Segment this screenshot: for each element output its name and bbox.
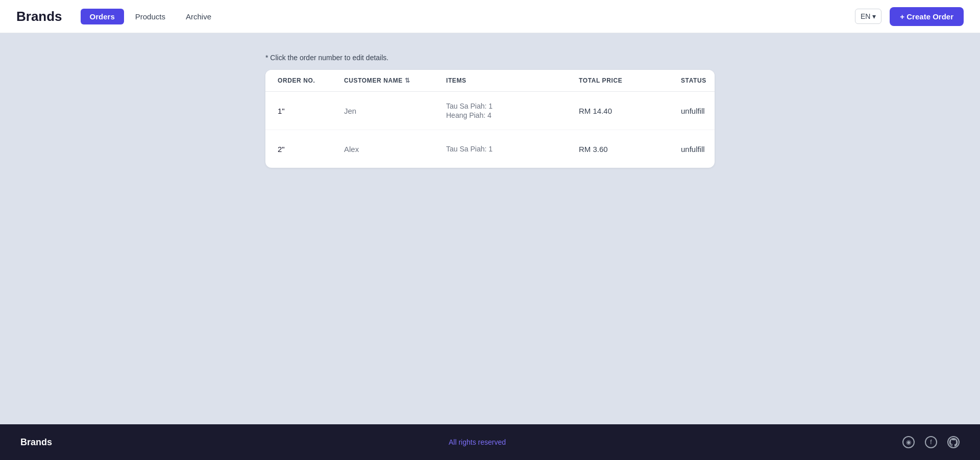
footer: Brands All rights reserved ◉ f xyxy=(0,424,980,460)
language-label: EN xyxy=(861,12,870,20)
header: Brands Orders Products Archive EN ▾ + Cr… xyxy=(0,0,980,33)
facebook-icon[interactable]: f xyxy=(925,436,937,448)
footer-rights: All rights reserved xyxy=(52,438,902,446)
table-header: ORDER NO. CUSTOMER NAME ⇅ ITEMS TOTAL PR… xyxy=(265,70,715,92)
hint-text: * Click the order number to edit details… xyxy=(265,54,715,62)
nav-tab-orders[interactable]: Orders xyxy=(81,9,124,24)
total-price-1: RM 14.40 xyxy=(579,107,681,115)
order-number-1[interactable]: 1" xyxy=(278,107,344,115)
customer-name-1: Jen xyxy=(344,107,446,115)
customer-name-2: Alex xyxy=(344,145,446,154)
footer-brand: Brands xyxy=(20,437,52,448)
table-row: 2" Alex Tau Sa Piah: 1 RM 3.60 unfulfill… xyxy=(265,130,715,168)
col-total-price: TOTAL PRICE xyxy=(579,77,681,84)
create-order-button[interactable]: + Create Order xyxy=(890,7,964,26)
chevron-down-icon: ▾ xyxy=(872,12,876,20)
footer-social-icons: ◉ f xyxy=(902,436,960,448)
nav-tab-archive[interactable]: Archive xyxy=(177,9,220,24)
item-2-1: Tau Sa Piah: 1 xyxy=(446,145,579,153)
table-row: 1" Jen Tau Sa Piah: 1 Heang Piah: 4 RM 1… xyxy=(265,92,715,130)
language-selector[interactable]: EN ▾ xyxy=(855,9,881,24)
status-1: unfulfill xyxy=(681,107,715,115)
reddit-icon[interactable]: ◉ xyxy=(902,436,915,448)
col-items: ITEMS xyxy=(446,77,579,84)
col-status: STATUS xyxy=(681,77,715,84)
total-price-2: RM 3.60 xyxy=(579,145,681,154)
nav-tab-products[interactable]: Products xyxy=(126,9,175,24)
item-1-2: Heang Piah: 4 xyxy=(446,111,579,119)
nav-tabs: Orders Products Archive xyxy=(81,9,843,24)
github-icon[interactable] xyxy=(947,436,960,448)
status-2: unfulfill xyxy=(681,145,715,154)
orders-table-card: ORDER NO. CUSTOMER NAME ⇅ ITEMS TOTAL PR… xyxy=(265,70,715,168)
sort-icon[interactable]: ⇅ xyxy=(405,77,410,84)
item-1-1: Tau Sa Piah: 1 xyxy=(446,102,579,110)
col-order-no: ORDER NO. xyxy=(278,77,344,84)
items-2: Tau Sa Piah: 1 xyxy=(446,145,579,153)
col-customer-name: CUSTOMER NAME ⇅ xyxy=(344,77,446,84)
header-right: EN ▾ + Create Order xyxy=(855,7,964,26)
items-1: Tau Sa Piah: 1 Heang Piah: 4 xyxy=(446,102,579,119)
content-wrapper: * Click the order number to edit details… xyxy=(265,54,715,168)
brand-title: Brands xyxy=(16,9,62,24)
main-content: * Click the order number to edit details… xyxy=(0,33,980,424)
order-number-2[interactable]: 2" xyxy=(278,145,344,154)
